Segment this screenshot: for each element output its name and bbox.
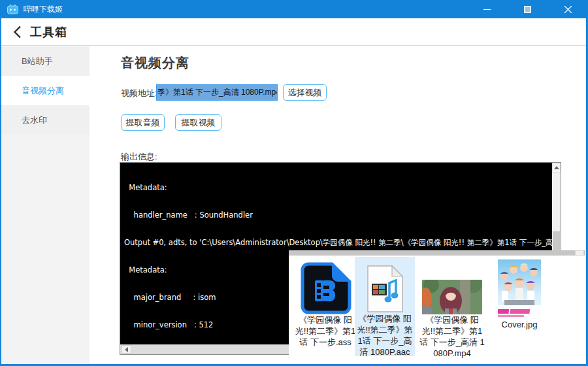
- file-label: 《学园偶像 阳光!!第二季》第1话 下一步_高清 1080P.mp4: [419, 314, 485, 359]
- file-item-cover[interactable]: Cover.jpg: [488, 258, 551, 330]
- video-thumbnail: [422, 280, 482, 314]
- title-bar: 哔哩下载姬: [0, 0, 588, 18]
- extract-video-button[interactable]: 提取视频: [175, 114, 221, 131]
- video-path-input[interactable]: 季》第1话 下一步_高清 1080P.mp4: [156, 84, 278, 101]
- cover-thumbnail: [498, 259, 541, 319]
- file-label: Cover.jpg: [488, 319, 551, 330]
- file-label: 《学园偶像 阳光!!第二季》第1话 下一步.ass: [294, 314, 357, 348]
- file-label: 《学园偶像 阳光!!第二季》第1话 下一步_高清 1080P.aac: [355, 313, 415, 358]
- overlay-scrollbar-strip[interactable]: [289, 250, 585, 256]
- close-icon: [564, 6, 572, 13]
- sidebar-item-av-separation[interactable]: 音视频分离: [1, 76, 90, 105]
- page-title: 工具箱: [30, 24, 67, 40]
- scroll-left-button[interactable]: [122, 345, 131, 354]
- video-file-icon: [299, 262, 351, 314]
- file-explorer-overlay: 《学园偶像 阳光!!第二季》第1话 下一步.ass 《学园偶像 阳光!!: [289, 250, 585, 362]
- file-item-mp4[interactable]: 《学园偶像 阳光!!第二季》第1话 下一步_高清 1080P.mp4: [419, 258, 485, 359]
- maximize-button[interactable]: [507, 0, 547, 18]
- sidebar-item-bilibili-helper[interactable]: B站助手: [1, 46, 90, 76]
- sidebar-item-watermark-removal[interactable]: 去水印: [1, 105, 90, 135]
- minimize-button[interactable]: [466, 0, 507, 18]
- file-item-aac[interactable]: 《学园偶像 阳光!!第二季》第1话 下一步_高清 1080P.aac: [355, 257, 415, 356]
- file-item-ass[interactable]: 《学园偶像 阳光!!第二季》第1话 下一步.ass: [294, 258, 357, 348]
- back-arrow-icon: [13, 25, 22, 39]
- app-window: 哔哩下载姬 工具箱 B站助手 音视频分离 去水印 音视频分离 视频: [0, 0, 588, 366]
- video-path-selected-text: 季》第1话 下一步_高清 1080P.mp4: [157, 85, 278, 100]
- minimize-icon: [483, 6, 491, 13]
- overlay-scroll-end-button[interactable]: [575, 250, 584, 256]
- app-title: 哔哩下载姬: [24, 4, 63, 15]
- audio-file-icon: [365, 265, 405, 313]
- output-info-label: 输出信息:: [121, 151, 157, 163]
- choose-video-button[interactable]: 选择视频: [283, 84, 327, 101]
- back-button[interactable]: [13, 25, 26, 39]
- extract-audio-button[interactable]: 提取音频: [121, 114, 165, 131]
- close-button[interactable]: [547, 0, 588, 18]
- scroll-up-button[interactable]: [552, 163, 561, 173]
- toolbar: 工具箱: [1, 18, 586, 46]
- scroll-up-icon: [554, 166, 559, 169]
- section-heading: 音视频分离: [121, 54, 189, 72]
- scroll-left-icon: [125, 347, 128, 352]
- sidebar: B站助手 音视频分离 去水印: [1, 46, 90, 364]
- maximize-icon: [524, 6, 531, 13]
- video-path-label: 视频地址:: [121, 88, 157, 99]
- app-tv-icon: [7, 4, 19, 14]
